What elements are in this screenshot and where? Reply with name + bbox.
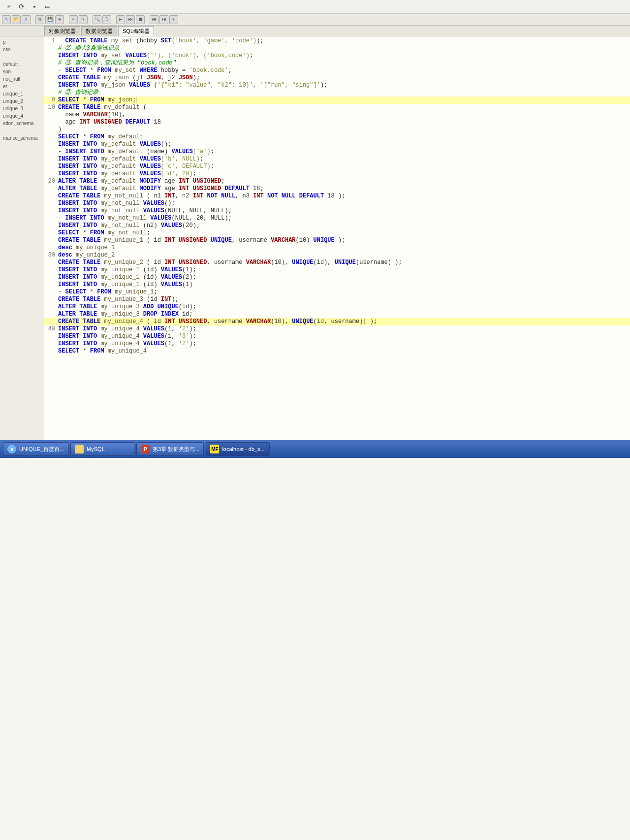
code-text[interactable]: INSERT INTO my_default VALUES('b', NULL)… xyxy=(58,156,630,163)
code-text[interactable]: # ③ 查询记录，查询结果为 "book,code" xyxy=(58,60,630,67)
code-text[interactable]: INSERT INTO my_unique_4 VALUES(1, '2'); xyxy=(58,340,630,348)
app-icon[interactable]: ▪ xyxy=(30,2,39,12)
code-text[interactable]: SELECT * FROM my_not_null; xyxy=(58,229,630,237)
back-icon[interactable]: ↶ xyxy=(4,2,14,12)
code-line[interactable]: desc my_unique_1 xyxy=(44,244,630,252)
code-text[interactable]: - SELECT * FROM my_set WHERE hobby = 'bo… xyxy=(58,67,630,74)
tool-run-icon[interactable]: ▶ xyxy=(116,15,125,24)
tool-save-icon[interactable]: 💾 xyxy=(45,15,54,24)
code-text[interactable]: INSERT INTO my_not_null (n2) VALUES(20); xyxy=(58,222,630,229)
code-line[interactable]: INSERT INTO my_unique_1 (id) VALUES(2); xyxy=(44,274,630,281)
tool-find-icon[interactable]: 🔍 xyxy=(93,15,101,24)
code-line[interactable]: 1 CREATE TABLE my_set (hobby SET('book',… xyxy=(44,37,630,45)
sidebar-item[interactable]: unique_1 xyxy=(1,90,43,97)
code-text[interactable]: CREATE TABLE my_set (hobby SET('book', '… xyxy=(58,37,630,45)
code-line[interactable]: ) xyxy=(44,126,630,133)
code-text[interactable]: ) xyxy=(58,126,630,133)
code-line[interactable]: 20ALTER TABLE my_default MODIFY age INT … xyxy=(44,178,630,185)
sidebar-item[interactable]: p xyxy=(1,38,43,46)
code-line[interactable]: INSERT INTO my_unique_4 VALUES(1, '3'); xyxy=(44,333,630,340)
taskbar-item[interactable]: P第3章 数据类型与... xyxy=(136,442,204,456)
sidebar-item[interactable]: unique_3 xyxy=(1,105,43,112)
code-text[interactable]: desc my_unique_1 xyxy=(58,244,630,252)
tool-diff-icon[interactable]: ✶ xyxy=(169,15,178,24)
code-line[interactable]: CREATE TABLE my_unique_2 ( id INT UNSIGN… xyxy=(44,259,630,266)
code-text[interactable]: CREATE TABLE my_unique_4 ( id INT UNSIGN… xyxy=(58,318,630,325)
code-line[interactable]: CREATE TABLE my_json (j1 JSON, j2 JSON); xyxy=(44,74,630,82)
sidebar-item[interactable]: unique_4 xyxy=(1,112,43,120)
sidebar-item[interactable]: mance_schema xyxy=(1,134,43,142)
sidebar-item[interactable]: unique_2 xyxy=(1,97,43,105)
code-text[interactable]: ALTER TABLE my_unique_3 DROP INDEX id; xyxy=(58,311,630,318)
tool-undo-icon[interactable]: ↶ xyxy=(69,15,78,24)
code-line[interactable]: INSERT INTO my_unique_1 (id) VALUES(1); xyxy=(44,266,630,274)
code-line[interactable]: SELECT * FROM my_unique_4 xyxy=(44,348,630,355)
sidebar-item[interactable]: default xyxy=(1,61,43,68)
code-text[interactable]: INSERT INTO my_unique_1 (id) VALUES(2); xyxy=(58,274,630,281)
tool-new-icon[interactable]: ✎ xyxy=(2,15,11,24)
code-text[interactable]: INSERT INTO my_default VALUES('d', 20); xyxy=(58,170,630,178)
sidebar-item[interactable]: oss xyxy=(1,46,43,53)
code-text[interactable]: INSERT INTO my_not_null VALUES(); xyxy=(58,200,630,207)
tool-close-icon[interactable]: ✕ xyxy=(22,15,31,24)
code-line[interactable]: - INSERT INTO my_not_null VALUES(NULL, 2… xyxy=(44,215,630,222)
code-text[interactable]: INSERT INTO my_unique_1 (id) VALUES(1); xyxy=(58,266,630,274)
code-text[interactable]: ALTER TABLE my_default MODIFY age INT UN… xyxy=(58,185,630,193)
sidebar-item[interactable]: not_null xyxy=(1,75,43,83)
code-line[interactable]: - SELECT * FROM my_unique_1; xyxy=(44,289,630,296)
code-line[interactable]: SELECT * FROM my_not_null; xyxy=(44,229,630,237)
code-text[interactable]: ALTER TABLE my_default MODIFY age INT UN… xyxy=(58,178,630,185)
code-text[interactable]: ALTER TABLE my_unique_3 ADD UNIQUE(id); xyxy=(58,303,630,311)
code-text[interactable]: CREATE TABLE my_unique_1 ( id INT UNSIGN… xyxy=(58,237,630,244)
code-line[interactable]: INSERT INTO my_set VALUES(''), ('book'),… xyxy=(44,52,630,60)
sidebar-item[interactable] xyxy=(1,127,43,134)
code-text[interactable]: INSERT INTO my_unique_4 VALUES(1, '2'); xyxy=(58,325,630,333)
code-text[interactable]: CREATE TABLE my_unique_2 ( id INT UNSIGN… xyxy=(58,259,630,266)
code-text[interactable]: CREATE TABLE my_not_null ( n1 INT, n2 IN… xyxy=(58,193,630,200)
tool-copy-icon[interactable]: ⧉ xyxy=(35,15,44,24)
code-line[interactable]: INSERT INTO my_default VALUES('b', NULL)… xyxy=(44,156,630,163)
code-line[interactable]: INSERT INTO my_unique_1 (id) VALUES(1) xyxy=(44,281,630,289)
code-text[interactable]: INSERT INTO my_set VALUES(''), ('book'),… xyxy=(58,52,630,60)
sidebar-item[interactable] xyxy=(1,53,43,61)
code-text[interactable]: name VARCHAR(10), xyxy=(58,111,630,119)
code-text[interactable]: # ② 插入3条测试记录 xyxy=(58,45,630,52)
tool-open-icon[interactable]: 📂 xyxy=(12,15,21,24)
code-text[interactable]: - SELECT * FROM my_unique_1; xyxy=(58,289,630,296)
code-line[interactable]: ALTER TABLE my_unique_3 ADD UNIQUE(id); xyxy=(44,303,630,311)
code-text[interactable]: INSERT INTO my_unique_4 VALUES(1, '3'); xyxy=(58,333,630,340)
tab-object-browser[interactable]: 对象浏览器 xyxy=(44,26,80,36)
code-text[interactable]: INSERT INTO my_json VALUES ('{"k1": "val… xyxy=(58,82,630,89)
code-line[interactable]: 40INSERT INTO my_unique_4 VALUES(1, '2')… xyxy=(44,325,630,333)
code-text[interactable]: age INT UNSIGNED DEFAULT 18 xyxy=(58,119,630,126)
code-line[interactable]: INSERT INTO my_default VALUES('c', DEFAU… xyxy=(44,163,630,170)
code-line[interactable]: CREATE TABLE my_not_null ( n1 INT, n2 IN… xyxy=(44,193,630,200)
sidebar-item[interactable]: son xyxy=(1,68,43,75)
sidebar-item[interactable]: ation_schema xyxy=(1,120,43,127)
code-text[interactable]: SELECT * FROM my_default xyxy=(58,133,630,141)
taskbar-item[interactable]: MySQL xyxy=(70,442,134,456)
code-line[interactable]: ALTER TABLE my_unique_3 DROP INDEX id; xyxy=(44,311,630,318)
sql-editor[interactable]: 1 CREATE TABLE my_set (hobby SET('book',… xyxy=(44,36,630,440)
tool-step-icon[interactable]: ⏭ xyxy=(126,15,135,24)
code-line[interactable]: INSERT INTO my_unique_4 VALUES(1, '2'); xyxy=(44,340,630,348)
code-text[interactable]: # ② 查询记录 xyxy=(58,89,630,97)
code-line[interactable]: INSERT INTO my_not_null (n2) VALUES(20); xyxy=(44,222,630,229)
code-line[interactable]: INSERT INTO my_default VALUES('d', 20); xyxy=(44,170,630,178)
code-text[interactable]: desc my_unique_2 xyxy=(58,252,630,259)
code-line[interactable]: SELECT * FROM my_default xyxy=(44,133,630,141)
code-text[interactable]: CREATE TABLE my_unique_3 (id INT); xyxy=(58,296,630,303)
code-line[interactable]: # ② 查询记录 xyxy=(44,89,630,97)
code-line[interactable]: - SELECT * FROM my_set WHERE hobby = 'bo… xyxy=(44,67,630,74)
code-text[interactable]: CREATE TABLE my_json (j1 JSON, j2 JSON); xyxy=(58,74,630,82)
reload-icon[interactable]: ⟳ xyxy=(17,2,27,12)
tool-redo-icon[interactable]: ↷ xyxy=(79,15,88,24)
code-line[interactable]: 9SELECT * FROM my_json; xyxy=(44,97,630,104)
code-text[interactable]: - INSERT INTO my_default (name) VALUES('… xyxy=(58,148,630,156)
code-line[interactable]: INSERT INTO my_default VALUES(); xyxy=(44,141,630,148)
tab-sql-editor[interactable]: SQL编辑器 xyxy=(118,26,154,36)
taskbar-item[interactable]: MFlocalhost - db_s... xyxy=(206,442,270,456)
code-text[interactable]: - INSERT INTO my_not_null VALUES(NULL, 2… xyxy=(58,215,630,222)
taskbar-item[interactable]: eUNIQUE_百度百... xyxy=(3,442,68,456)
tool-findnext-icon[interactable]: ⤵ xyxy=(102,15,111,24)
